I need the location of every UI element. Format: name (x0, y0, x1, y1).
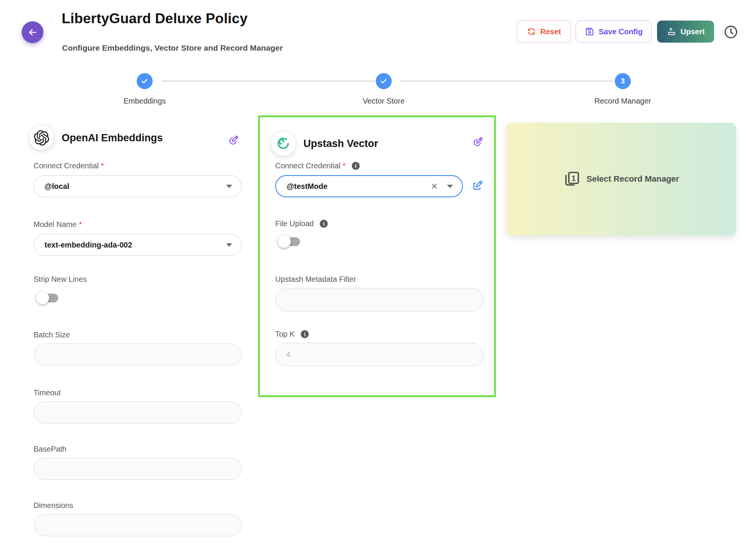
step-embeddings-label: Embeddings (80, 97, 209, 105)
refresh-icon (527, 27, 536, 36)
dimensions-label: Dimensions (33, 501, 242, 510)
strip-new-lines-toggle[interactable] (36, 291, 61, 305)
vector-store-card-title: Upstash Vector (303, 138, 378, 150)
back-button[interactable] (22, 21, 43, 43)
step-record-manager-label: Record Manager (558, 97, 687, 105)
step-number: 3 (621, 77, 625, 85)
metadata-filter-input[interactable] (275, 288, 483, 312)
select-record-manager-label: Select Record Manager (587, 174, 679, 184)
info-icon[interactable]: i (352, 162, 360, 170)
check-icon (380, 77, 388, 85)
upsert-button-label: Upsert (681, 27, 705, 36)
batch-size-input[interactable] (33, 343, 242, 366)
upsert-config-page: LibertyGuard Deluxe Policy Configure Emb… (0, 0, 756, 548)
top-k-label: Top K i (275, 330, 483, 339)
step-vector-store-label: Vector Store (319, 97, 448, 105)
record-stack-icon: 1 (563, 170, 581, 188)
metadata-filter-label: Upstash Metadata Filter (275, 275, 483, 284)
vs-connect-credential-label: Connect Credential * i (275, 161, 483, 170)
file-upload-toggle[interactable] (278, 235, 302, 248)
record-stack-icon-number: 1 (571, 174, 576, 182)
chevron-down-icon (447, 185, 453, 188)
stepper-connector (161, 81, 374, 81)
step-embeddings-indicator[interactable] (137, 73, 153, 89)
model-name-select[interactable]: text-embedding-ada-002 (33, 234, 242, 256)
floppy-disk-icon (585, 27, 595, 37)
batch-size-label: Batch Size (33, 331, 242, 339)
model-name-value: text-embedding-ada-002 (45, 241, 226, 249)
upsert-button[interactable]: Upsert (657, 21, 714, 43)
openai-logo-icon (29, 126, 54, 150)
basepath-input[interactable] (33, 458, 242, 480)
file-upload-label: File Upload i (275, 219, 483, 228)
chevron-down-icon (226, 185, 232, 188)
timeout-input[interactable] (33, 401, 242, 423)
select-record-manager-card[interactable]: 1 Select Record Manager (506, 123, 736, 235)
edit-credential-icon[interactable] (470, 177, 486, 193)
model-name-label: Model Name * (33, 220, 242, 229)
chevron-down-icon (226, 243, 232, 247)
vs-credential-combobox[interactable]: @testMode (275, 175, 463, 197)
basepath-label: BasePath (33, 445, 242, 454)
clear-x-icon[interactable] (430, 182, 439, 190)
top-k-input[interactable] (275, 343, 483, 366)
edit-vector-store-icon[interactable] (471, 134, 486, 149)
reset-button-label: Reset (540, 27, 561, 36)
arrow-left-icon (27, 27, 38, 38)
required-marker: * (79, 220, 82, 229)
embeddings-credential-value: @local (45, 182, 226, 191)
step-vector-store-indicator[interactable] (376, 73, 392, 89)
required-marker: * (101, 161, 104, 170)
embeddings-card-title: OpenAI Embeddings (62, 132, 163, 144)
upload-tray-icon (667, 27, 676, 37)
connect-credential-label: Connect Credential * (33, 161, 242, 170)
clock-icon (723, 24, 738, 40)
vs-credential-value: @testMode (287, 182, 430, 191)
step-record-manager-indicator[interactable]: 3 (615, 73, 631, 89)
reset-button[interactable]: Reset (517, 21, 571, 43)
timeout-label: Timeout (33, 388, 242, 397)
required-marker: * (343, 161, 346, 170)
info-icon[interactable]: i (320, 220, 328, 228)
info-icon[interactable]: i (301, 330, 309, 338)
save-config-button-label: Save Config (599, 27, 643, 36)
edit-embeddings-icon[interactable] (226, 133, 241, 148)
save-config-button[interactable]: Save Config (576, 21, 652, 43)
check-icon (140, 77, 149, 85)
history-clock-button[interactable] (723, 24, 739, 40)
upstash-logo-icon (271, 131, 295, 156)
page-title: LibertyGuard Deluxe Policy (62, 11, 247, 27)
embeddings-credential-select[interactable]: @local (33, 175, 242, 197)
dimensions-input[interactable] (33, 514, 242, 536)
strip-new-lines-label: Strip New Lines (33, 275, 242, 284)
page-subtitle: Configure Embeddings, Vector Store and R… (62, 43, 283, 53)
stepper-connector (400, 81, 613, 81)
